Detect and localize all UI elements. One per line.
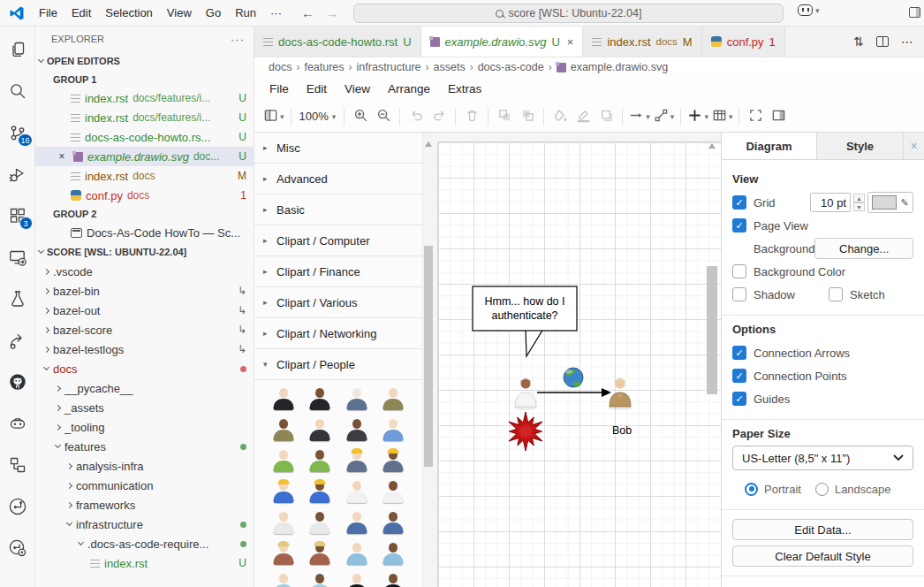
tab-indexrst[interactable]: index.rstdocsM [583, 27, 701, 57]
menu-selection[interactable]: Selection [98, 4, 159, 23]
drawio-menu-file[interactable]: File [261, 82, 297, 95]
person-shape[interactable] [345, 480, 367, 503]
person-shape[interactable] [272, 449, 294, 472]
paper-size-select[interactable]: US-Letter (8,5" x 11") [732, 446, 913, 470]
breadcrumb-item-infrastructure[interactable]: infrastructure [357, 61, 421, 73]
person-shape[interactable] [382, 387, 405, 410]
clear-default-style-button[interactable]: Clear Default Style [732, 545, 913, 567]
breadcrumb-item-features[interactable]: features [304, 61, 344, 73]
drawio-menu-extras[interactable]: Extras [440, 82, 489, 95]
tree-item-pycache[interactable]: __pycache__ [35, 378, 254, 398]
person-shape[interactable] [345, 511, 367, 534]
open-changes-icon[interactable]: ⇅ [853, 34, 864, 49]
person-shape[interactable] [345, 573, 367, 587]
forward-arrow-icon[interactable]: → [325, 5, 338, 20]
tree-item-bazeltestlogs[interactable]: bazel-testlogs↳ [35, 339, 254, 359]
person-shape[interactable] [272, 573, 294, 587]
person-shape[interactable] [309, 387, 331, 410]
more-actions-icon[interactable]: ⋯ [901, 34, 913, 49]
person-shape[interactable] [382, 511, 405, 534]
step-down-icon[interactable]: ▼ [853, 202, 865, 211]
palette-section-clipart-various[interactable]: ▸Clipart / Various [254, 287, 422, 318]
menu-view[interactable]: View [160, 4, 199, 23]
explorer-more-actions[interactable]: ··· [231, 33, 245, 46]
person-shape[interactable] [345, 387, 367, 410]
tree-item-bazelout[interactable]: bazel-out↳ [35, 301, 254, 320]
zoom-level-select[interactable]: 100%▾ [296, 110, 340, 123]
menu-file[interactable]: File [32, 4, 64, 23]
open-editor-item[interactable]: index.rstdocsM [35, 166, 254, 186]
palette-section-clipart-people[interactable]: ▾Clipart / People [254, 349, 422, 380]
person-shape[interactable] [309, 449, 331, 472]
breadcrumb-item-exampledrawiosvg[interactable]: example.drawio.svg [571, 61, 668, 73]
tree-item-tooling[interactable]: _tooling [35, 417, 254, 437]
menu-[interactable]: ··· [263, 4, 289, 23]
shadow-checkbox[interactable] [732, 287, 746, 301]
open-editor-item[interactable]: ×example.drawio.svgdoc...U [35, 147, 254, 166]
menu-run[interactable]: Run [228, 4, 263, 23]
fullscreen-button[interactable] [744, 104, 767, 128]
table-button[interactable]: ▾ [710, 104, 735, 128]
drawio-menu-arrange[interactable]: Arrange [380, 82, 438, 95]
close-icon[interactable]: × [904, 133, 924, 159]
speech-bubble-tail[interactable] [526, 329, 543, 356]
waypoints-button[interactable]: ▾ [652, 104, 677, 128]
person-shape-bob[interactable] [610, 377, 631, 407]
tree-item-analysisinfra[interactable]: analysis-infra [35, 456, 254, 476]
activity-drawio-shapes[interactable] [3, 450, 33, 480]
grid-size-input[interactable] [810, 193, 851, 212]
palette-section-basic[interactable]: ▸Basic [254, 194, 422, 225]
close-icon[interactable]: × [567, 35, 574, 49]
tree-item-assets[interactable]: _assets [35, 398, 254, 417]
portrait-radio[interactable] [745, 483, 758, 496]
grid-checkbox[interactable]: ✓ [732, 195, 746, 210]
tab-docsascodehowtorst[interactable]: docs-as-code-howto.rstU [254, 27, 421, 57]
palette-section-misc[interactable]: ▸Misc [254, 133, 422, 164]
sketch-checkbox[interactable] [829, 287, 843, 301]
person-shape[interactable] [345, 542, 367, 565]
palette-section-clipart-networking[interactable]: ▸Clipart / Networking [254, 318, 422, 349]
landscape-radio[interactable] [815, 483, 829, 496]
palette-section-clipart-computer[interactable]: ▸Clipart / Computer [254, 225, 422, 256]
copilot-menu[interactable]: ▾ [798, 4, 820, 16]
activity-copilot[interactable] [3, 408, 33, 438]
breadcrumb-item-docsascode[interactable]: docs-as-code [478, 61, 544, 73]
breadcrumb-item-assets[interactable]: assets [434, 61, 466, 73]
connection-button[interactable]: ▾ [627, 104, 652, 128]
open-editor-item[interactable]: docs-as-code-howto.rs...U [35, 127, 254, 147]
person-shape[interactable] [382, 449, 405, 472]
activity-run-debug[interactable] [3, 159, 33, 189]
activity-explorer[interactable] [3, 34, 33, 65]
change-background-button[interactable]: Change... [814, 238, 913, 259]
activity-extensions[interactable]: 3 [3, 201, 33, 231]
person-shape[interactable] [272, 480, 294, 503]
activity-source-control[interactable]: 16 [3, 118, 33, 148]
zoom-in-button[interactable] [349, 104, 372, 128]
page-view-checkbox[interactable]: ✓ [732, 218, 746, 233]
palette-scrollbar[interactable] [422, 133, 434, 587]
tree-item-frameworks[interactable]: frameworks [35, 495, 254, 515]
open-editors-header[interactable]: OPEN EDITORS [35, 51, 254, 71]
globe-shape[interactable] [564, 368, 583, 387]
guides-checkbox[interactable]: ✓ [732, 392, 746, 406]
activity-search[interactable] [3, 76, 33, 106]
canvas-scrollbar-thumb[interactable] [707, 266, 717, 394]
scrollbar-thumb[interactable] [424, 246, 433, 467]
tree-item-docs[interactable]: docs [35, 359, 254, 378]
close-icon[interactable]: × [55, 150, 69, 163]
breadcrumb-item-docs[interactable]: docs [269, 61, 292, 73]
tree-item-docsascoderequire[interactable]: .docs-as-code-require... [35, 534, 254, 553]
person-shape[interactable] [272, 511, 294, 534]
drawio-menu-view[interactable]: View [337, 82, 378, 95]
tab-style[interactable]: Style [817, 133, 904, 159]
tree-item-vscode[interactable]: .vscode [35, 262, 254, 281]
activity-git-graph[interactable] [3, 492, 33, 522]
workspace-header[interactable]: SCORE [WSL: UBUNTU-22.04] [35, 242, 254, 262]
tree-item-features[interactable]: features [35, 437, 254, 456]
person-shape[interactable] [272, 387, 294, 410]
person-shape[interactable] [309, 511, 331, 534]
tree-item-bazelbin[interactable]: bazel-bin↳ [35, 281, 254, 301]
tree-item-infrastructure[interactable]: infrastructure [35, 515, 254, 534]
person-shape[interactable] [309, 418, 331, 441]
tab-exampledrawiosvg[interactable]: example.drawio.svgU× [421, 27, 584, 57]
